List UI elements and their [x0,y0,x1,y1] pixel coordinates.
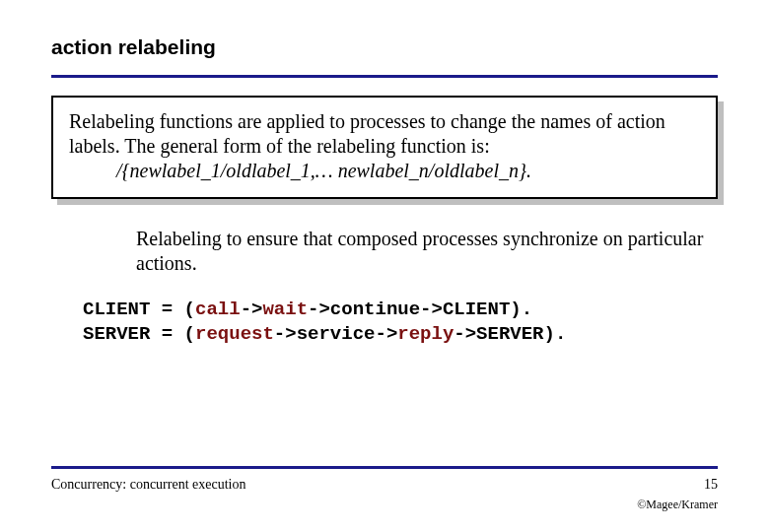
code-text: -> [241,299,263,320]
code-text: ->service-> [274,323,397,345]
code-text: CLIENT = ( [83,299,195,320]
definition-formula: /{newlabel_1/oldlabel_1,… newlabel_n/old… [116,159,700,183]
code-keyword-wait: wait [262,299,308,320]
footer-left: Concurrency: concurrent execution [51,477,245,493]
definition-box-wrap: Relabeling functions are applied to proc… [51,96,718,199]
definition-text: Relabeling functions are applied to proc… [69,109,700,159]
definition-box: Relabeling functions are applied to proc… [51,96,718,199]
footer-credit: ©Magee/Kramer [637,498,718,512]
code-line-server: SERVER = (request->service->reply->SERVE… [83,322,718,347]
code-keyword-request: request [195,323,274,345]
code-text: ->SERVER). [454,323,566,345]
code-line-client: CLIENT = (call->wait->continue->CLIENT). [83,298,718,322]
code-block: CLIENT = (call->wait->continue->CLIENT).… [83,298,718,346]
footer-rule [51,466,718,469]
slide-title: action relabeling [51,35,718,65]
explanation-text: Relabeling to ensure that composed proce… [136,227,718,276]
slide: action relabeling Relabeling functions a… [0,0,769,532]
code-keyword-reply: reply [397,323,454,345]
code-keyword-call: call [195,299,241,320]
title-rule [51,75,718,78]
page-number: 15 [704,477,718,493]
code-text: SERVER = ( [83,323,195,345]
code-text: ->continue->CLIENT). [308,299,532,320]
